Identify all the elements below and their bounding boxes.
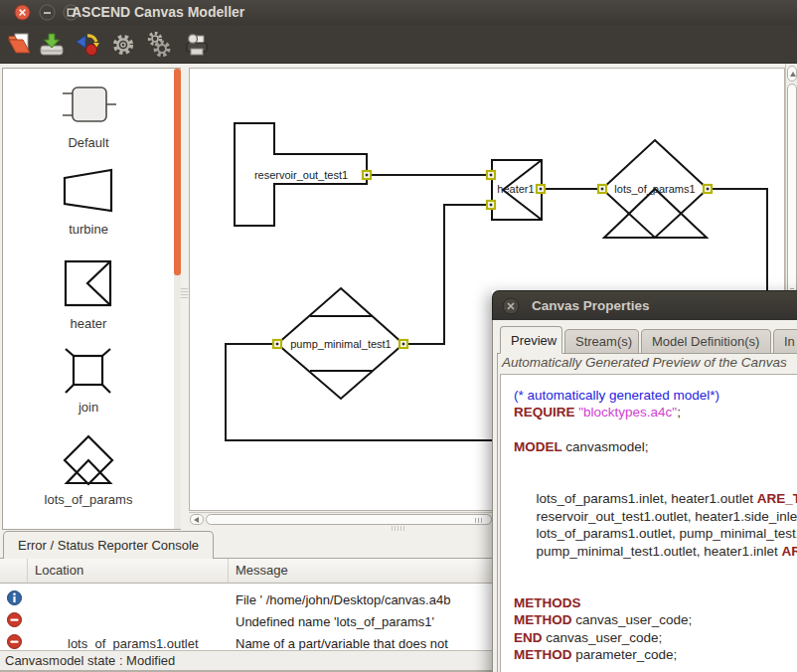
palette-scrollbar[interactable] [174, 69, 181, 529]
node-label: lots_of_params1 [614, 183, 695, 195]
palette-item-label: join [3, 400, 174, 415]
scroll-left-arrow-icon[interactable] [190, 514, 204, 525]
default-block-icon [3, 83, 174, 129]
preview-frame-label: Automatically Generated Preview of the C… [502, 355, 787, 370]
join-block-icon [64, 348, 113, 394]
canvas-node-lots-of-params1[interactable]: lots_of_params1 [602, 140, 708, 238]
console-splitter-handle[interactable] [392, 526, 405, 531]
wire-pump-to-heater[interactable] [403, 205, 491, 344]
palette-scrollbar-thumb[interactable] [174, 69, 181, 275]
node-label: pump_minimal_test1 [290, 338, 392, 350]
minimize-window-icon[interactable] [39, 4, 56, 21]
print-icon[interactable] [183, 31, 211, 59]
heater-block-icon [3, 259, 174, 310]
dialog-tabs: Preview Stream(s) Model Definition(s) In [493, 326, 797, 354]
close-window-icon[interactable] [14, 4, 31, 21]
palette-item-label: turbine [3, 222, 174, 237]
console-location-column-header[interactable]: Location [28, 559, 229, 583]
save-file-icon[interactable] [38, 31, 66, 59]
dialog-titlebar[interactable]: Canvas Properties [492, 290, 797, 320]
error-icon [0, 612, 28, 630]
app-window: ASCEND Canvas Modeller Default [0, 0, 797, 672]
pane-splitter-handle[interactable] [181, 286, 188, 300]
node-label: heater1 [497, 183, 534, 195]
lots-of-params-block-icon [63, 434, 114, 486]
dialog-title: Canvas Properties [532, 291, 650, 321]
status-text: Canvasmodel state : Modified [5, 653, 175, 668]
error-console-tab-label: Error / Status Reporter Console [18, 538, 199, 553]
palette-item-label: lots_of_params [3, 492, 174, 507]
palette-item-label: Default [3, 135, 174, 150]
palette-item-lots-of-params[interactable]: lots_of_params [3, 434, 174, 507]
palette-item-join[interactable]: join [3, 348, 174, 415]
tab-model-definitions[interactable]: Model Definition(s) [641, 329, 771, 354]
tab-instances[interactable]: In [773, 329, 797, 354]
preferences-gear-icon[interactable] [109, 31, 137, 59]
palette-item-label: heater [3, 316, 174, 331]
console-icon-column-header[interactable] [0, 559, 28, 583]
preview-frame: Automatically Generated Preview of the C… [497, 353, 797, 672]
tab-streams[interactable]: Stream(s) [564, 329, 639, 354]
block-palette: Default turbine heater join lots_of_para… [2, 68, 181, 530]
window-title: ASCEND Canvas Modeller [72, 0, 244, 25]
canvas-node-heater1[interactable]: heater1 [492, 160, 542, 220]
dialog-close-icon[interactable] [502, 297, 520, 315]
palette-item-default[interactable]: Default [3, 83, 174, 150]
turbine-block-icon [3, 168, 174, 216]
console-location: lots_of_params1.outlet [28, 636, 229, 651]
tab-preview[interactable]: Preview [500, 326, 562, 354]
canvas-properties-dialog: Canvas Properties Preview Stream(s) Mode… [492, 290, 797, 672]
open-file-icon[interactable] [6, 31, 34, 59]
info-icon [0, 590, 28, 608]
tools-gears-icon[interactable] [145, 31, 173, 59]
toolbar [0, 25, 797, 64]
titlebar: ASCEND Canvas Modeller [0, 0, 797, 25]
palette-item-turbine[interactable]: turbine [3, 168, 174, 237]
canvas-node-pump-minimal-test1[interactable]: pump_minimal_test1 [277, 288, 403, 399]
palette-item-heater[interactable]: heater [3, 259, 174, 331]
scroll-up-arrow-icon[interactable] [787, 66, 797, 82]
horizontal-scrollbar-thumb[interactable] [206, 514, 492, 525]
export-solve-icon[interactable] [74, 31, 101, 59]
error-console-tab[interactable]: Error / Status Reporter Console [3, 531, 214, 559]
dialog-body: Preview Stream(s) Model Definition(s) In… [492, 320, 797, 672]
preview-textview[interactable]: (* automatically generated model*)REQUIR… [500, 374, 797, 672]
canvas-node-reservoir-out-test1[interactable]: reservoir_out_test1 [235, 123, 367, 226]
node-label: reservoir_out_test1 [254, 169, 348, 181]
